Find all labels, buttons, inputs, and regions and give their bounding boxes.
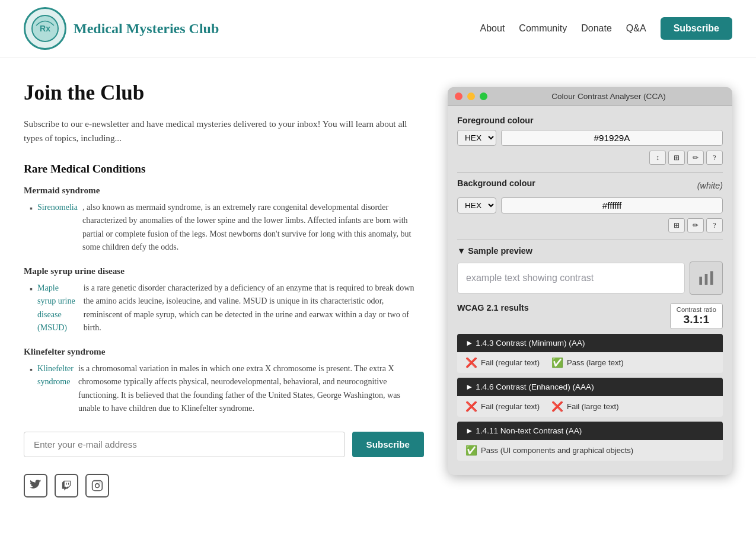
subscribe-button[interactable]: Subscribe — [352, 432, 424, 457]
intro-text: Subscribe to our e-newsletter and have m… — [24, 117, 424, 146]
condition-title-klinefelter: Klinefelter syndrome — [24, 346, 424, 357]
logo-area: Rx Medical Mysteries Club — [24, 7, 219, 50]
cca-tool: Colour Contrast Analyser (CCA) Foregroun… — [448, 81, 732, 497]
minimize-traffic-light[interactable] — [467, 93, 475, 100]
condition-desc-2: is a chromosomal variation in males in w… — [78, 362, 424, 415]
condition-desc-0: , also known as mermaid syndrome, is an … — [82, 200, 424, 254]
condition-link-msud[interactable]: Maple syrup urine disease (MSUD) — [37, 281, 79, 334]
wcag-non-text-label: ► 1.4.11 Non-text Contrast (AA) — [465, 426, 582, 435]
contrast-ratio-label: Contrast ratio — [677, 306, 716, 313]
help-bg-icon[interactable]: ? — [706, 218, 723, 232]
list-item: Klinefelter syndrome is a chromosomal va… — [30, 362, 424, 415]
nav-qanda[interactable]: Q&A — [626, 23, 646, 34]
site-title: Medical Mysteries Club — [74, 21, 219, 37]
foreground-row: HEX — [457, 130, 723, 146]
condition-title-mermaid: Mermaid syndrome — [24, 185, 424, 196]
instagram-icon[interactable] — [85, 474, 109, 497]
sliders-icon[interactable]: ⊞ — [668, 151, 685, 165]
pass-icon-aa-large: ✅ — [551, 357, 563, 368]
svg-rect-2 — [92, 480, 103, 490]
wcag-item-aaa: ► 1.4.6 Contrast (Enhanced) (AAA) ❌ Fail… — [457, 378, 723, 417]
social-icons — [24, 474, 424, 497]
svg-rect-5 — [699, 277, 702, 285]
sample-preview-label: ▼ Sample preview — [457, 246, 532, 256]
condition-mermaid: Mermaid syndrome Sirenomelia, also known… — [24, 185, 424, 254]
pass-icon-non-text: ✅ — [465, 445, 477, 456]
wcag-aaa-large-label: Fail (large text) — [567, 402, 618, 411]
condition-desc-1: is a rare genetic disorder characterized… — [84, 281, 424, 334]
page-title: Join the Club — [24, 81, 424, 105]
wcag-aa-regular-result: ❌ Fail (regular text) — [465, 357, 540, 368]
subscribe-form: Subscribe — [24, 432, 424, 457]
rare-conditions-heading: Rare Medical Conditions — [24, 162, 424, 176]
condition-title-maple: Maple syrup urine disease — [24, 266, 424, 276]
eyedropper-bg-icon[interactable]: ✏ — [687, 218, 704, 232]
condition-link-klinefelter[interactable]: Klinefelter syndrome — [37, 362, 74, 415]
background-hex-input[interactable] — [501, 197, 723, 213]
background-row: HEX — [457, 197, 723, 213]
wcag-non-text-result: ✅ Pass (UI components and graphical obje… — [465, 445, 633, 456]
email-input[interactable] — [24, 432, 345, 457]
foreground-label: Foreground colour — [457, 116, 723, 125]
background-label-row: Background colour (white) — [457, 178, 723, 193]
wcag-non-text-body: ✅ Pass (UI components and graphical obje… — [457, 440, 723, 461]
foreground-icon-row: ↕ ⊞ ✏ ? — [457, 151, 723, 165]
wcag-item-aa: ► 1.4.3 Contrast (Minimum) (AA) ❌ Fail (… — [457, 334, 723, 373]
cca-titlebar: Colour Contrast Analyser (CCA) — [448, 87, 732, 106]
background-label: Background colour — [457, 178, 535, 188]
fail-icon-aaa-regular: ❌ — [465, 401, 477, 412]
condition-maple: Maple syrup urine disease Maple syrup ur… — [24, 266, 424, 334]
foreground-format-select[interactable]: HEX — [457, 130, 496, 146]
logo-icon: Rx — [24, 7, 66, 50]
cca-window: Colour Contrast Analyser (CCA) Foregroun… — [448, 87, 732, 475]
sample-text-box: example text showing contrast — [457, 263, 685, 294]
sample-preview-row: example text showing contrast — [457, 261, 723, 295]
background-format-select[interactable]: HEX — [457, 197, 496, 213]
wcag-non-text-result-label: Pass (UI components and graphical object… — [481, 446, 633, 455]
eyedropper-fg-icon[interactable]: ✏ — [687, 151, 704, 165]
wcag-aa-label: ► 1.4.3 Contrast (Minimum) (AA) — [465, 339, 585, 347]
foreground-hex-input[interactable] — [501, 130, 723, 146]
wcag-header-row: WCAG 2.1 results Contrast ratio 3.1:1 — [457, 303, 723, 329]
wcag-non-text-header[interactable]: ► 1.4.11 Non-text Contrast (AA) — [457, 422, 723, 440]
wcag-aa-body: ❌ Fail (regular text) ✅ Pass (large text… — [457, 352, 723, 373]
twitch-icon[interactable] — [55, 474, 78, 497]
maximize-traffic-light[interactable] — [480, 93, 487, 100]
wcag-aaa-regular-result: ❌ Fail (regular text) — [465, 401, 540, 412]
fail-icon-aa-regular: ❌ — [465, 357, 477, 368]
white-label: (white) — [697, 181, 723, 190]
wcag-item-non-text: ► 1.4.11 Non-text Contrast (AA) ✅ Pass (… — [457, 422, 723, 461]
close-traffic-light[interactable] — [455, 93, 462, 100]
nav-donate[interactable]: Donate — [581, 23, 612, 34]
chart-icon[interactable] — [690, 261, 723, 295]
condition-klinefelter: Klinefelter syndrome Klinefelter syndrom… — [24, 346, 424, 415]
wcag-aaa-body: ❌ Fail (regular text) ❌ Fail (large text… — [457, 396, 723, 417]
svg-point-3 — [95, 483, 100, 487]
condition-list-klinefelter: Klinefelter syndrome is a chromosomal va… — [24, 362, 424, 415]
wcag-aaa-regular-label: Fail (regular text) — [481, 402, 540, 411]
left-column: Join the Club Subscribe to our e-newslet… — [24, 81, 424, 497]
wcag-aaa-header[interactable]: ► 1.4.6 Contrast (Enhanced) (AAA) — [457, 378, 723, 396]
contrast-ratio-box: Contrast ratio 3.1:1 — [670, 303, 723, 329]
wcag-aa-large-result: ✅ Pass (large text) — [551, 357, 623, 368]
nav-community[interactable]: Community — [519, 23, 567, 34]
svg-rect-6 — [705, 274, 708, 285]
sample-preview-header: ▼ Sample preview — [457, 246, 723, 256]
wcag-title: WCAG 2.1 results — [457, 303, 529, 312]
wcag-aaa-label: ► 1.4.6 Contrast (Enhanced) (AAA) — [465, 382, 594, 391]
twitter-icon[interactable] — [24, 474, 47, 497]
svg-text:Rx: Rx — [40, 24, 50, 33]
nav-about[interactable]: About — [480, 23, 505, 34]
header-subscribe-button[interactable]: Subscribe — [661, 17, 732, 40]
swap-icon[interactable]: ↕ — [649, 151, 666, 165]
cca-title: Colour Contrast Analyser (CCA) — [492, 92, 725, 101]
condition-link-sirenomelia[interactable]: Sirenomelia — [37, 200, 78, 254]
wcag-aa-regular-label: Fail (regular text) — [481, 358, 540, 367]
wcag-aa-header[interactable]: ► 1.4.3 Contrast (Minimum) (AA) — [457, 334, 723, 352]
sliders-bg-icon[interactable]: ⊞ — [668, 218, 685, 232]
wcag-aa-large-label: Pass (large text) — [567, 358, 623, 367]
help-fg-icon[interactable]: ? — [706, 151, 723, 165]
cca-body: Foreground colour HEX ↕ ⊞ ✏ ? Background — [448, 106, 732, 475]
background-icon-row: ⊞ ✏ ? — [457, 218, 723, 232]
fail-icon-aaa-large: ❌ — [551, 401, 563, 412]
